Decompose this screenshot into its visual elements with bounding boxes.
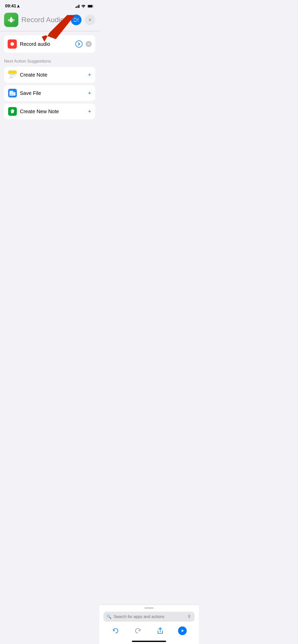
filter-button[interactable] — [71, 14, 82, 25]
evernote-app-icon — [8, 107, 17, 116]
status-time: 09:41 — [5, 4, 20, 9]
close-button[interactable]: × — [85, 14, 95, 25]
suggestions-section-label: Next Action Suggestions — [4, 59, 95, 64]
svg-point-9 — [74, 19, 76, 21]
app-icon — [4, 13, 18, 27]
header-title: Record Audio — [21, 16, 68, 24]
svg-point-8 — [76, 18, 78, 19]
suggestion-create-note[interactable]: Create Note + — [4, 67, 95, 83]
suggestion-save-file-label: Save File — [20, 90, 85, 96]
notes-app-icon — [8, 70, 17, 79]
suggestion-create-new-note[interactable]: Create New Note + — [4, 104, 95, 119]
files-app-icon — [8, 89, 17, 97]
action-title: Record audio — [20, 41, 72, 47]
svg-point-0 — [83, 7, 84, 8]
status-icons — [75, 4, 94, 8]
svg-point-18 — [11, 111, 12, 111]
wifi-icon — [81, 5, 86, 8]
time-label: 09:41 — [5, 4, 16, 9]
chevron-right-icon — [78, 42, 80, 46]
svg-point-10 — [76, 21, 78, 22]
main-content: Record audio ✕ Next Action Suggestions — [0, 31, 99, 126]
action-remove-button[interactable]: ✕ — [86, 41, 92, 47]
status-bar: 09:41 — [0, 0, 99, 10]
suggestion-save-file[interactable]: Save File + — [4, 85, 95, 101]
suggestion-create-note-add[interactable]: + — [88, 72, 91, 78]
shortcuts-icon — [6, 15, 16, 25]
location-arrow-icon — [17, 5, 20, 8]
svg-rect-2 — [88, 5, 92, 7]
suggestion-create-note-label: Create Note — [20, 72, 85, 78]
filter-icon — [74, 18, 79, 22]
action-card: Record audio ✕ — [4, 35, 95, 53]
suggestion-create-new-note-label: Create New Note — [20, 109, 85, 114]
action-chevron-button[interactable] — [75, 40, 83, 48]
battery-icon — [87, 5, 94, 8]
header: Record Audio × — [0, 10, 99, 31]
signal-icon — [75, 4, 80, 8]
svg-point-3 — [10, 19, 12, 21]
suggestion-create-new-note-add[interactable]: + — [88, 109, 91, 114]
suggestion-save-file-add[interactable]: + — [88, 90, 91, 96]
record-icon — [8, 39, 17, 49]
